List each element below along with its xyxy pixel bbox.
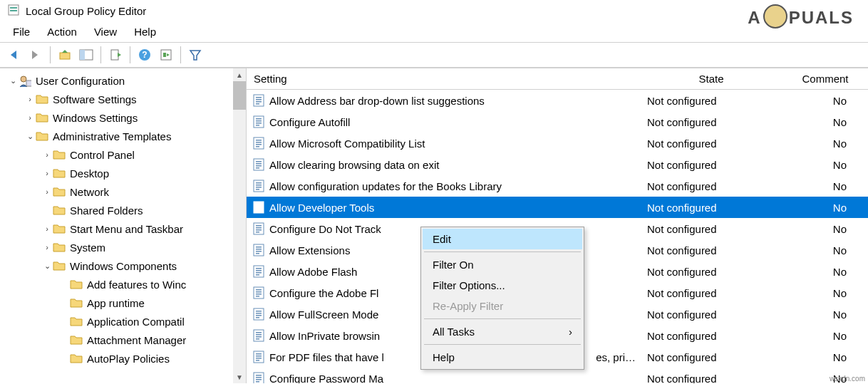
policy-icon — [252, 308, 265, 321]
expand-icon[interactable]: › — [24, 113, 36, 122]
menu-file[interactable]: File — [13, 26, 30, 38]
forward-button[interactable] — [26, 45, 46, 65]
setting-name: Allow Developer Tools — [269, 202, 374, 214]
toolbar-separator — [50, 46, 51, 63]
tree-label: Control Panel — [70, 149, 135, 161]
column-setting[interactable]: Setting — [247, 73, 640, 85]
context-menu-item[interactable]: Edit — [423, 229, 582, 249]
export-list-button[interactable] — [105, 45, 125, 65]
setting-row[interactable]: Configure AutofillNot configuredNo — [247, 111, 868, 133]
expand-icon[interactable]: › — [41, 243, 53, 251]
setting-row[interactable]: Configure Password MaNot configuredNo — [247, 368, 868, 383]
tree-node[interactable]: Attachment Manager — [7, 331, 246, 349]
tree-panel: ⌄User Configuration›Software Settings›Wi… — [0, 68, 247, 383]
folder-icon — [53, 149, 66, 160]
setting-row[interactable]: Allow Address bar drop-down list suggest… — [247, 90, 868, 111]
column-comment[interactable]: Comment — [782, 73, 868, 85]
toolbar: ? — [0, 42, 868, 68]
tree-node[interactable]: ›Network — [7, 182, 246, 201]
tree-node[interactable]: AutoPlay Policies — [7, 349, 246, 368]
context-menu-item[interactable]: Filter On — [423, 254, 582, 275]
setting-row[interactable]: Allow Developer ToolsNot configuredNo — [247, 197, 868, 218]
expand-icon[interactable]: › — [41, 224, 53, 233]
menu-view[interactable]: View — [94, 26, 117, 38]
svg-rect-2 — [10, 10, 17, 11]
svg-rect-26 — [256, 120, 262, 122]
tree-node[interactable]: ›Windows Settings — [7, 108, 246, 127]
watermark-head-icon — [763, 4, 787, 28]
column-state[interactable]: State — [640, 73, 782, 85]
back-button[interactable] — [4, 45, 24, 65]
svg-rect-69 — [254, 308, 264, 320]
svg-rect-58 — [256, 253, 259, 254]
tree-node[interactable]: ⌄Windows Components — [7, 256, 246, 275]
menu-action[interactable]: Action — [47, 26, 77, 38]
svg-rect-47 — [256, 208, 262, 209]
expand-icon[interactable]: › — [41, 187, 53, 196]
window-title: Local Group Policy Editor — [26, 5, 146, 17]
svg-rect-25 — [256, 118, 262, 120]
setting-row[interactable]: Allow clearing browsing data on exitNot … — [247, 154, 868, 175]
svg-rect-23 — [256, 103, 259, 105]
svg-rect-38 — [256, 167, 259, 169]
setting-row[interactable]: Allow configuration updates for the Book… — [247, 175, 868, 197]
help-button[interactable]: ? — [135, 45, 155, 65]
svg-rect-61 — [256, 270, 262, 271]
svg-rect-59 — [254, 266, 264, 277]
svg-rect-79 — [254, 351, 264, 363]
tree-scrollbar[interactable]: ▲ ▼ — [233, 68, 246, 383]
setting-row[interactable]: Allow Microsoft Compatibility ListNot co… — [247, 133, 868, 154]
tree-node[interactable]: Shared Folders — [7, 201, 246, 219]
setting-comment: No — [782, 330, 868, 342]
tree-label: Start Menu and Taskbar — [70, 223, 183, 235]
properties-button[interactable] — [156, 45, 176, 65]
tree-node[interactable]: ⌄Administrative Templates — [7, 127, 246, 145]
expand-icon[interactable]: ⌄ — [7, 76, 19, 85]
expand-icon[interactable]: › — [41, 150, 53, 159]
tree-node[interactable]: Application Compatil — [7, 312, 246, 331]
menu-divider — [424, 344, 581, 345]
setting-name: Allow InPrivate browsin — [269, 330, 380, 342]
tree-node[interactable]: ›Software Settings — [7, 90, 246, 108]
setting-name: Allow Extensions — [269, 244, 350, 256]
folder-icon — [70, 279, 83, 290]
svg-rect-42 — [256, 187, 262, 188]
svg-rect-73 — [256, 317, 259, 318]
context-menu-item[interactable]: Help — [423, 347, 582, 368]
svg-rect-39 — [254, 180, 264, 192]
context-menu-item[interactable]: All Tasks› — [423, 321, 582, 342]
setting-state: Not configured — [640, 137, 782, 150]
menu-divider — [424, 251, 581, 252]
svg-marker-16 — [190, 51, 200, 60]
submenu-arrow-icon: › — [569, 326, 572, 338]
show-hide-tree-button[interactable] — [76, 45, 96, 65]
tree-node[interactable]: ›Control Panel — [7, 145, 246, 164]
menu-item-label: Filter Options... — [433, 279, 505, 291]
menu-divider — [424, 318, 581, 319]
tree-node[interactable]: ›Start Menu and Taskbar — [7, 219, 246, 238]
watermark-text: PUALS — [789, 8, 854, 28]
context-menu: EditFilter OnFilter Options...Re-Apply F… — [420, 227, 584, 370]
expand-icon[interactable]: ⌄ — [41, 261, 53, 271]
watermark-logo: A PUALS — [748, 6, 854, 30]
menu-help[interactable]: Help — [134, 26, 156, 38]
scroll-thumb[interactable] — [233, 81, 246, 110]
setting-name: Allow clearing browsing data on exit — [269, 159, 439, 171]
up-button[interactable] — [55, 45, 75, 65]
filter-button[interactable] — [185, 45, 205, 65]
policy-icon — [252, 372, 265, 383]
tree-node[interactable]: ›Desktop — [7, 164, 246, 182]
setting-comment: No — [782, 159, 868, 171]
scroll-up-icon[interactable]: ▲ — [233, 68, 246, 81]
svg-rect-51 — [256, 227, 262, 229]
tree-node[interactable]: ⌄User Configuration — [7, 71, 246, 90]
tree-node[interactable]: ›System — [7, 238, 246, 256]
context-menu-item[interactable]: Filter Options... — [423, 275, 582, 296]
tree-node[interactable]: App runtime — [7, 294, 246, 312]
tree-node[interactable]: Add features to Winc — [7, 275, 246, 294]
tree-label: System — [70, 242, 105, 254]
expand-icon[interactable]: › — [41, 169, 53, 177]
scroll-down-icon[interactable]: ▼ — [233, 370, 246, 383]
expand-icon[interactable]: ⌄ — [24, 132, 36, 141]
expand-icon[interactable]: › — [24, 95, 36, 103]
